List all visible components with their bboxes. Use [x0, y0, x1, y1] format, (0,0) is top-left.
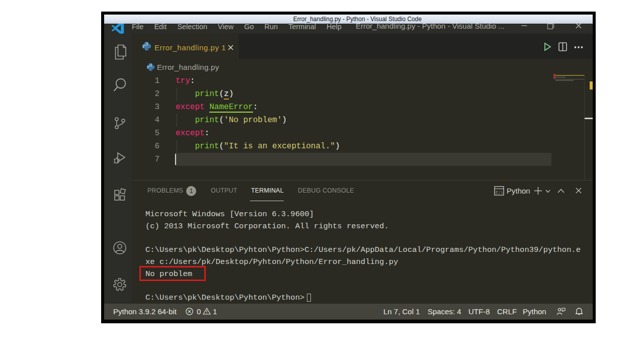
- svg-text:C:\: C:\: [496, 190, 503, 195]
